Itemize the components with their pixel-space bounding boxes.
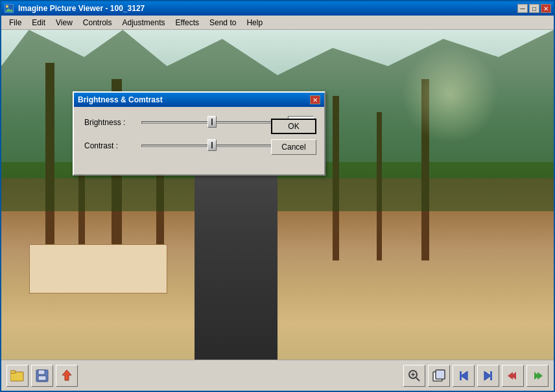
svg-marker-21 [508,372,513,380]
zoom-icon [408,369,421,382]
svg-marker-23 [537,372,543,380]
ok-button[interactable]: OK [271,119,316,134]
dialog-title-text: Brightness & Comtrast [78,95,163,104]
prev-icon [507,370,519,382]
image-area: Brightness & Comtrast ✕ Brightness : 0 C [1,30,554,360]
forward-icon [482,370,494,382]
svg-rect-8 [38,376,46,380]
contrast-slider-thumb[interactable] [207,139,217,151]
window-controls: ─ □ ✕ [517,4,551,13]
menu-edit[interactable]: Edit [27,17,51,29]
menu-file[interactable]: File [4,17,27,29]
sun-effect [401,46,499,143]
next-button[interactable] [526,365,549,387]
table-object [29,244,167,294]
svg-rect-5 [10,371,16,373]
copy-icon [432,369,445,382]
svg-rect-7 [38,370,45,375]
brightness-slider-track [141,121,283,124]
main-window: Imagine Picture Viewer - 100_3127 ─ □ ✕ … [0,0,555,392]
menu-controls[interactable]: Controls [78,17,117,29]
toolbar-right [403,365,549,387]
brightness-slider-thumb[interactable] [207,116,217,128]
person-figure [195,145,278,360]
svg-marker-9 [62,370,71,380]
dialog-buttons: OK Cancel [271,119,316,155]
menu-effects[interactable]: Effects [171,17,204,29]
copy-button[interactable] [428,365,450,387]
brightness-label: Brightness : [84,118,136,127]
cancel-button[interactable]: Cancel [271,139,316,155]
close-button[interactable]: ✕ [541,4,551,13]
folder-icon [10,369,25,382]
open-folder-button[interactable] [6,365,29,387]
svg-point-2 [6,5,8,8]
prev-button[interactable] [502,365,524,387]
contrast-slider-track [141,144,283,147]
brightness-contrast-dialog: Brightness & Comtrast ✕ Brightness : 0 C [73,91,325,176]
next-icon [532,370,543,382]
minimize-button[interactable]: ─ [517,4,528,13]
back-button[interactable] [453,365,475,387]
title-bar-left: Imagine Picture Viewer - 100_3127 [4,3,145,14]
title-bar: Imagine Picture Viewer - 100_3127 ─ □ ✕ [1,1,554,16]
upload-button[interactable] [56,365,78,387]
dialog-spacer [74,161,324,174]
app-icon [4,3,14,14]
svg-marker-18 [484,371,491,380]
back-icon [458,370,469,382]
svg-line-11 [416,378,419,381]
contrast-label: Contrast : [84,141,136,150]
save-icon [36,369,49,382]
svg-rect-17 [460,371,462,380]
bottom-toolbar [1,360,554,391]
brightness-slider-container [141,115,283,130]
menu-help[interactable]: Help [241,17,268,29]
window-title: Imagine Picture Viewer - 100_3127 [18,4,145,13]
maximize-button[interactable]: □ [529,4,539,13]
contrast-slider-container [141,138,283,154]
dialog-close-button[interactable]: ✕ [310,95,320,104]
svg-marker-16 [461,371,467,380]
menu-bar: File Edit View Controls Adjustments Effe… [1,16,554,30]
forward-button[interactable] [477,365,499,387]
zoom-button[interactable] [403,365,425,387]
photo-background [1,30,554,360]
dialog-title-bar: Brightness & Comtrast ✕ [74,93,324,107]
svg-rect-19 [490,371,492,380]
upload-icon [60,369,73,383]
svg-rect-15 [436,370,445,379]
menu-sendto[interactable]: Send to [204,17,241,29]
toolbar-left [6,365,78,387]
save-button[interactable] [31,365,53,387]
menu-adjustments[interactable]: Adjustments [117,17,171,29]
menu-view[interactable]: View [51,17,78,29]
